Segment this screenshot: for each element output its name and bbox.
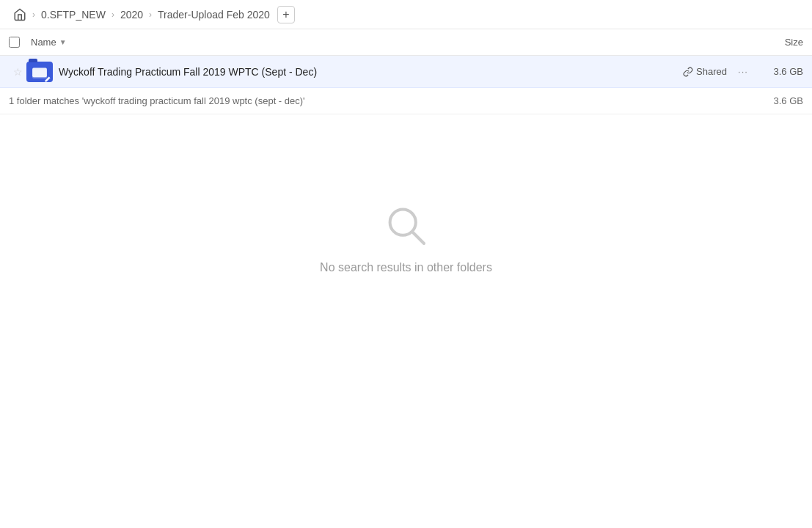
breadcrumb-add-button[interactable]: + <box>277 6 295 23</box>
breadcrumb-item-sftp[interactable]: 0.SFTP_NEW <box>37 6 110 23</box>
folder-icon <box>26 62 53 82</box>
column-header: Name ▼ Size <box>0 29 812 56</box>
breadcrumb-sep-1: › <box>31 10 37 20</box>
file-name: Wyckoff Trading Practicum Fall 2019 WPTC… <box>59 66 683 78</box>
sort-chevron-icon: ▼ <box>59 38 67 46</box>
breadcrumb-sep-3: › <box>147 10 153 20</box>
more-options-button[interactable]: ··· <box>733 62 753 82</box>
status-bar: 1 folder matches 'wyckoff trading practi… <box>0 88 812 114</box>
breadcrumb-item-trader[interactable]: Trader-Upload Feb 2020 <box>153 6 274 23</box>
file-size: 3.6 GB <box>759 66 803 77</box>
breadcrumb-bar: › 0.SFTP_NEW › 2020 › Trader-Upload Feb … <box>0 0 812 29</box>
file-row[interactable]: ☆ Wyckoff Trading Practicum Fall 2019 WP… <box>0 56 812 88</box>
shared-indicator: Shared <box>683 66 727 77</box>
breadcrumb-item-2020[interactable]: 2020 <box>116 6 147 23</box>
name-column-header[interactable]: Name ▼ <box>31 37 745 48</box>
breadcrumb-sep-2: › <box>110 10 116 20</box>
empty-text: No search results in other folders <box>320 261 492 274</box>
star-button[interactable]: ☆ <box>9 66 26 78</box>
select-all-checkbox-container[interactable] <box>9 37 31 48</box>
link-icon <box>683 67 693 77</box>
breadcrumb-home[interactable] <box>9 5 31 24</box>
status-size: 3.6 GB <box>774 95 803 106</box>
empty-state: No search results in other folders <box>0 202 812 274</box>
select-all-checkbox[interactable] <box>9 37 20 48</box>
status-text: 1 folder matches 'wyckoff trading practi… <box>9 95 774 106</box>
size-column-header: Size <box>745 37 803 48</box>
no-results-icon <box>383 202 430 249</box>
svg-line-2 <box>412 232 424 243</box>
folder-tab <box>29 59 37 62</box>
